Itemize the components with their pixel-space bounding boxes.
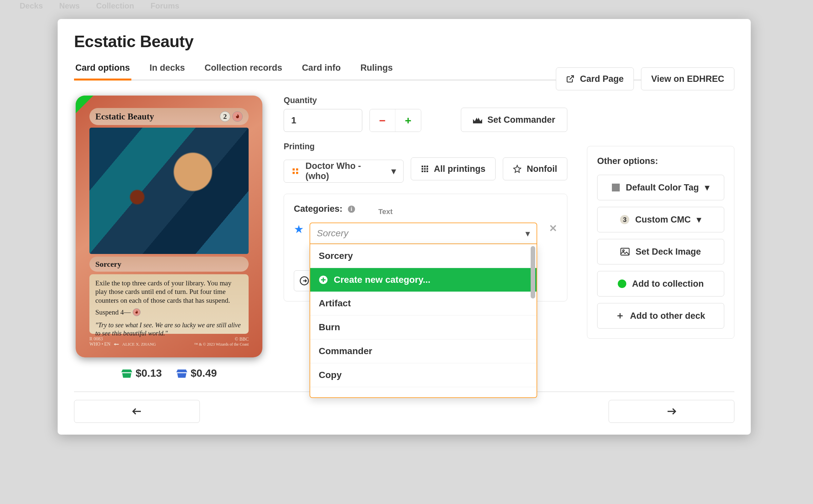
card-art [89, 128, 249, 254]
svg-text:i: i [351, 206, 352, 212]
svg-rect-6 [422, 171, 423, 172]
cmc-badge: 3 [620, 215, 629, 224]
mana-red-icon [133, 308, 140, 316]
dropdown-item-sorcery[interactable]: Sorcery [310, 244, 536, 268]
svg-rect-1 [424, 166, 425, 167]
collector-number: R 0083 [89, 336, 156, 342]
tab-collection-records[interactable]: Collection records [204, 63, 284, 80]
svg-rect-2 [426, 166, 428, 167]
price-row: $0.13 $0.49 [121, 367, 217, 379]
status-dot-icon [618, 279, 626, 288]
categories-panel: Categories: i ★ Text Sorcery ▾ Sorcery [284, 194, 567, 301]
svg-rect-0 [422, 166, 423, 167]
card-rules-text: Exile the top three cards of your librar… [95, 279, 243, 305]
color-swatch-icon [612, 184, 620, 191]
category-placeholder: Sorcery [317, 228, 348, 239]
crown-icon [473, 116, 482, 123]
dropdown-item-copy[interactable]: Copy [310, 363, 536, 387]
primary-category-star-icon[interactable]: ★ [294, 223, 304, 236]
card-text-box: Exile the top three cards of your librar… [89, 274, 249, 334]
all-printings-button[interactable]: All printings [411, 157, 496, 180]
printing-select[interactable]: Doctor Who - (who) ▾ [284, 160, 404, 183]
set-symbol-icon [291, 167, 299, 175]
chevron-down-icon: ▾ [705, 182, 710, 193]
tab-card-info[interactable]: Card info [301, 63, 342, 80]
copyright-bbc: © BBC [194, 337, 249, 342]
categories-heading: Categories: i [294, 204, 557, 214]
color-tag-button[interactable]: Default Color Tag ▾ [597, 175, 724, 200]
set-commander-button[interactable]: Set Commander [461, 108, 567, 132]
external-link-icon [566, 75, 574, 83]
chevron-down-icon: ▾ [525, 228, 530, 239]
custom-cmc-label: Custom CMC [635, 215, 691, 225]
store-icon [176, 369, 187, 379]
category-combobox: Text Sorcery ▾ Sorcery Create new catego… [310, 223, 537, 244]
dropdown-item-create-new[interactable]: Create new category... [310, 268, 536, 292]
center-column: Quantity − + Set Commander Printing [284, 96, 567, 435]
dropdown-scrollbar[interactable] [531, 246, 535, 298]
svg-rect-7 [424, 171, 425, 172]
svg-rect-5 [426, 168, 428, 170]
info-icon[interactable]: i [347, 205, 356, 213]
card-face: Ecstatic Beauty 2 Sorcery Exile the top … [80, 100, 258, 353]
dropdown-item-commander[interactable]: Commander [310, 339, 536, 363]
mana-red-icon [232, 111, 243, 122]
other-options-panel: Other options: Default Color Tag ▾ 3 Cus… [587, 146, 734, 339]
svg-point-14 [623, 250, 624, 251]
tab-card-options[interactable]: Card options [74, 63, 131, 80]
mana-cost: 2 [220, 111, 243, 122]
price-mid[interactable]: $0.49 [176, 367, 217, 379]
right-column: Other options: Default Color Tag ▾ 3 Cus… [587, 96, 734, 435]
quantity-plus-button[interactable]: + [395, 109, 421, 132]
page-title: Ecstatic Beauty [74, 32, 734, 51]
quantity-stepper: − + [370, 109, 421, 132]
star-outline-icon [513, 165, 521, 173]
edhrec-button[interactable]: View on EDHREC [641, 67, 734, 90]
add-to-other-deck-button[interactable]: Add to other deck [597, 303, 724, 329]
card-title-bar: Ecstatic Beauty 2 [89, 108, 249, 125]
tab-rulings[interactable]: Rulings [359, 63, 394, 80]
card-image[interactable]: Ecstatic Beauty 2 Sorcery Exile the top … [76, 96, 262, 357]
card-page-button[interactable]: Card Page [556, 67, 634, 90]
printing-label: Printing [284, 142, 567, 151]
printing-value: Doctor Who - (who) [305, 161, 385, 181]
remove-category-button[interactable]: ✕ [549, 223, 557, 234]
quantity-minus-button[interactable]: − [370, 109, 395, 132]
set-lang: WHO • EN [89, 342, 110, 347]
suspend-text: Suspend 4— [95, 308, 131, 316]
category-input[interactable]: Sorcery ▾ [310, 223, 537, 244]
next-card-button[interactable] [608, 400, 734, 423]
edhrec-label: View on EDHREC [651, 74, 724, 84]
plus-circle-icon [319, 275, 328, 284]
mana-generic: 2 [220, 111, 230, 122]
image-icon [621, 248, 630, 256]
card-collector-line: R 0083 WHO • EN ALICE X. ZHANG © BBC ™ &… [89, 335, 249, 348]
custom-cmc-button[interactable]: 3 Custom CMC ▾ [597, 207, 724, 232]
card-name: Ecstatic Beauty [95, 112, 154, 122]
chevron-down-icon: ▾ [391, 166, 396, 176]
category-dropdown: Sorcery Create new category... Artifact … [310, 244, 537, 398]
set-deck-image-button[interactable]: Set Deck Image [597, 239, 724, 264]
plus-icon [616, 312, 624, 320]
arrow-left-icon [132, 407, 142, 415]
foil-toggle-button[interactable]: Nonfoil [503, 157, 567, 180]
price-low[interactable]: $0.13 [121, 367, 162, 379]
grid-icon [421, 165, 429, 173]
copyright-wotc: ™ & © 2023 Wizards of the Coast [194, 342, 249, 347]
other-deck-label: Add to other deck [630, 311, 705, 321]
set-commander-label: Set Commander [487, 115, 555, 125]
dropdown-item-artifact[interactable]: Artifact [310, 292, 536, 315]
svg-rect-8 [426, 171, 428, 172]
card-preview-column: Ecstatic Beauty 2 Sorcery Exile the top … [74, 96, 264, 435]
modal-header: Ecstatic Beauty Card options In decks Co… [58, 19, 751, 81]
quantity-input[interactable] [284, 109, 362, 132]
plus-circle-arrow-icon [299, 276, 309, 286]
collection-label: Add to collection [632, 279, 704, 289]
all-printings-label: All printings [434, 164, 486, 174]
tab-in-decks[interactable]: In decks [148, 63, 186, 80]
dropdown-item-burn[interactable]: Burn [310, 315, 536, 339]
add-to-collection-button[interactable]: Add to collection [597, 271, 724, 297]
foil-label: Nonfoil [527, 164, 557, 174]
prev-card-button[interactable] [74, 400, 200, 423]
color-tag-label: Default Color Tag [626, 183, 699, 193]
